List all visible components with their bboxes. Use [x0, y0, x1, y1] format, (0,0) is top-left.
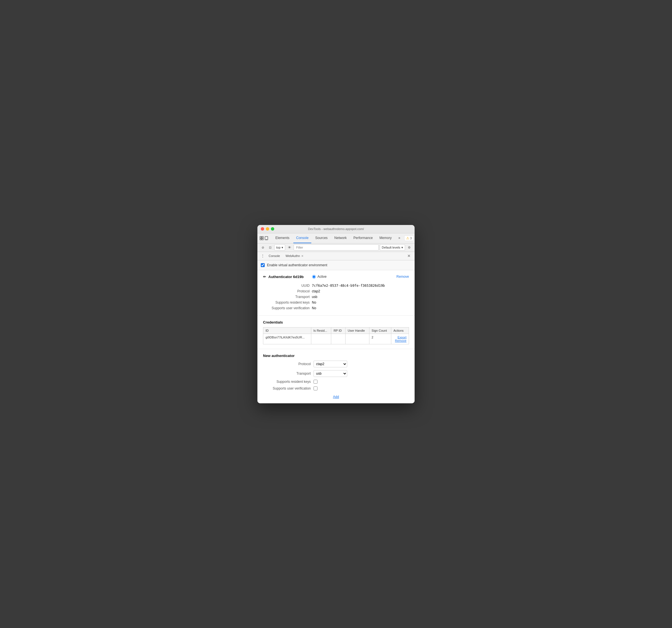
window-title: DevTools - webauthndemo.appspot.com/	[308, 227, 364, 231]
col-header-actions: Actions	[391, 327, 409, 334]
protocol-value: ctap2	[311, 288, 409, 294]
export-credential-link[interactable]: Export	[393, 335, 406, 339]
warning-icon: ⚠	[406, 236, 409, 240]
col-header-id: ID	[263, 327, 311, 334]
new-auth-resident-keys-label: Supports resident keys	[263, 380, 314, 383]
more-tabs-button[interactable]: »	[395, 233, 403, 243]
devtools-window: DevTools - webauthndemo.appspot.com/ Ele…	[257, 225, 415, 403]
new-authenticator-title: New authenticator	[263, 354, 409, 358]
user-verification-label: Supports user verification	[263, 305, 311, 311]
new-auth-transport-row: Transport usb nfc ble internal	[263, 370, 409, 377]
add-authenticator-button[interactable]: Add	[333, 395, 339, 399]
new-auth-protocol-row: Protocol ctap2 u2f	[263, 360, 409, 367]
transport-row: Transport usb	[263, 294, 409, 300]
new-auth-protocol-label: Protocol	[263, 362, 314, 366]
settings-small-icon[interactable]: ⚙	[406, 245, 412, 251]
minimize-button[interactable]	[266, 227, 269, 231]
context-selector[interactable]: top ▾	[274, 245, 285, 251]
toolbar-tabs: Elements Console Sources Network Perform…	[257, 233, 415, 243]
authenticator-header: ✏ Authenticator 6d19b Active Remove	[263, 275, 409, 279]
tab-memory[interactable]: Memory	[377, 233, 394, 243]
tab-performance[interactable]: Performance	[351, 233, 376, 243]
tab-elements[interactable]: Elements	[272, 233, 292, 243]
traffic-lights	[261, 227, 274, 231]
new-auth-user-verification-label: Supports user verification	[263, 387, 314, 390]
svg-rect-1	[260, 238, 261, 240]
levels-chevron-icon: ▾	[401, 246, 403, 249]
col-header-is-resident: Is Resid...	[311, 327, 331, 334]
credentials-title: Credentials	[263, 320, 409, 324]
titlebar: DevTools - webauthndemo.appspot.com/	[257, 225, 415, 233]
enable-virtual-authenticator-row: Enable virtual authenticator environment	[257, 260, 415, 270]
more-panel-options-icon[interactable]: ⋮	[260, 253, 266, 259]
levels-selector[interactable]: Default levels ▾	[380, 245, 405, 251]
svg-rect-0	[260, 236, 261, 238]
close-panel-icon[interactable]: ✕	[406, 253, 412, 259]
tab-webauthn-panel[interactable]: WebAuthn ✕	[283, 252, 306, 260]
new-auth-transport-select[interactable]: usb nfc ble internal	[314, 370, 347, 377]
clear-console-icon[interactable]: ⊘	[260, 245, 266, 251]
tab-console[interactable]: Console	[293, 233, 311, 243]
protocol-row: Protocol ctap2	[263, 288, 409, 294]
enable-virtual-authenticator-checkbox[interactable]	[261, 263, 265, 267]
new-auth-user-verification-row: Supports user verification	[263, 387, 409, 390]
uuid-row: UUID 7cf6a7e2-0537-48c4-b9fe-f3653826d19…	[263, 283, 409, 288]
svg-rect-2	[262, 236, 263, 238]
credentials-table: ID Is Resid... RP ID User Handle Sign Co…	[263, 327, 409, 344]
tab-sources[interactable]: Sources	[312, 233, 330, 243]
cred-rp-id-cell	[331, 334, 345, 344]
panel-tabs: ⋮ Console WebAuthn ✕ ✕	[257, 252, 415, 260]
col-header-sign-count: Sign Count	[369, 327, 391, 334]
cred-id-cell: gi9DBsn77iLAXdK7es5UR...	[263, 334, 311, 344]
toolbar-right: ⚠ 3 ⚙ ⋮	[404, 234, 415, 242]
filter-icon[interactable]: ⊡	[267, 245, 273, 251]
cred-user-handle-cell	[345, 334, 369, 344]
toolbar-controls: ⊘ ⊡ top ▾ 👁 Default levels ▾ ⚙	[257, 243, 415, 252]
uuid-value: 7cf6a7e2-0537-48c4-b9fe-f3653826d19b	[311, 283, 409, 288]
warning-badge[interactable]: ⚠ 3	[404, 235, 414, 241]
svg-rect-3	[262, 238, 263, 240]
context-value: top	[276, 246, 281, 249]
table-header-row: ID Is Resid... RP ID User Handle Sign Co…	[263, 327, 409, 334]
edit-authenticator-icon[interactable]: ✏	[263, 275, 266, 279]
inspect-element-icon[interactable]	[260, 234, 264, 242]
content-area: Enable virtual authenticator environment…	[257, 260, 415, 403]
active-radio-button[interactable]	[312, 275, 316, 279]
new-authenticator-section: New authenticator Protocol ctap2 u2f Tra…	[257, 349, 415, 403]
transport-value: usb	[311, 294, 409, 300]
enable-virtual-authenticator-label: Enable virtual authenticator environment	[267, 263, 327, 267]
active-radio-group: Active	[312, 275, 327, 279]
close-webauthn-tab-icon[interactable]: ✕	[301, 254, 304, 258]
authenticator-title: ✏ Authenticator 6d19b	[263, 275, 304, 279]
new-auth-resident-keys-checkbox[interactable]	[314, 380, 317, 383]
maximize-button[interactable]	[271, 227, 274, 231]
svg-rect-4	[265, 236, 268, 240]
active-label: Active	[317, 275, 327, 279]
protocol-label: Protocol	[263, 288, 311, 294]
warning-count: 3	[410, 236, 412, 240]
remove-authenticator-link[interactable]: Remove	[397, 275, 409, 279]
uuid-label: UUID	[263, 283, 311, 288]
resident-keys-label: Supports resident keys	[263, 300, 311, 305]
filter-input[interactable]	[294, 245, 379, 251]
new-auth-resident-keys-row: Supports resident keys	[263, 380, 409, 383]
eye-icon[interactable]: 👁	[286, 245, 292, 251]
col-header-user-handle: User Handle	[345, 327, 369, 334]
tab-network[interactable]: Network	[332, 233, 350, 243]
resident-keys-row: Supports resident keys No	[263, 300, 409, 305]
device-toolbar-icon[interactable]	[265, 234, 268, 242]
close-button[interactable]	[261, 227, 264, 231]
credentials-section: Credentials ID Is Resid... RP ID User Ha…	[257, 316, 415, 349]
cred-actions-cell: Export Remove	[391, 334, 409, 344]
remove-credential-link[interactable]: Remove	[393, 339, 406, 342]
authenticator-name: Authenticator 6d19b	[268, 275, 304, 279]
user-verification-value: No	[311, 305, 409, 311]
levels-value: Default levels	[382, 246, 400, 249]
new-auth-protocol-select[interactable]: ctap2 u2f	[314, 360, 347, 367]
resident-keys-value: No	[311, 300, 409, 305]
new-auth-user-verification-checkbox[interactable]	[314, 387, 317, 390]
authenticator-section: ✏ Authenticator 6d19b Active Remove UUID…	[257, 270, 415, 316]
transport-label: Transport	[263, 294, 311, 300]
tab-console-panel[interactable]: Console	[266, 252, 283, 260]
new-auth-transport-label: Transport	[263, 372, 314, 375]
